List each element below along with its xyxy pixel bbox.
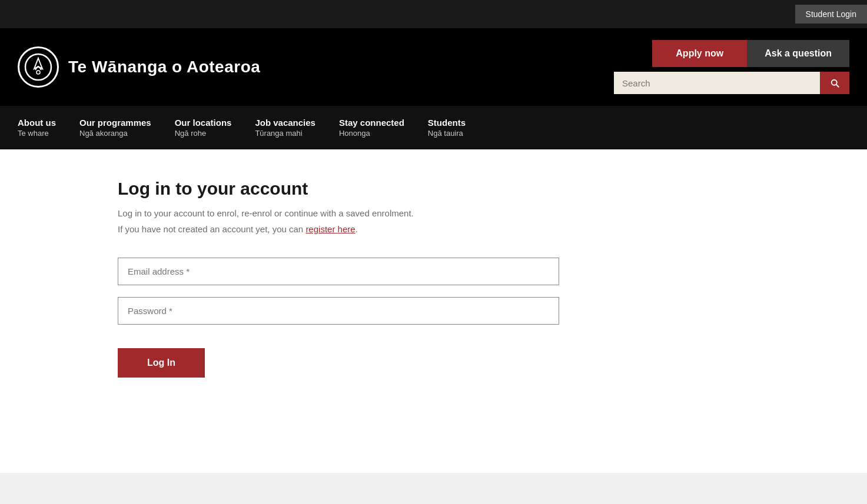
page-title: Log in to your account (118, 179, 849, 199)
search-row (614, 72, 849, 94)
header: Te Wānanga o Aotearoa Apply now Ask a qu… (0, 28, 867, 106)
logo-icon (24, 52, 53, 82)
nav-item-connected-main: Stay connected (339, 118, 404, 128)
logo-circle (18, 46, 59, 88)
password-field-container (118, 297, 559, 325)
nav-item-programmes-sub: Ngā akoranga (79, 129, 151, 138)
student-login-button[interactable]: Student Login (795, 5, 867, 24)
nav-item-jobs[interactable]: Job vacancies Tūranga mahi (255, 106, 333, 149)
nav-item-locations-main: Our locations (175, 118, 232, 128)
nav-item-students[interactable]: Students Ngā tauira (428, 106, 483, 149)
nav-item-about[interactable]: About us Te whare (18, 106, 74, 149)
nav-item-programmes[interactable]: Our programmes Ngā akoranga (79, 106, 169, 149)
main-content: Log in to your account Log in to your ac… (0, 149, 867, 473)
email-field-container (118, 258, 559, 285)
top-bar: Student Login (0, 0, 867, 28)
nav-item-jobs-main: Job vacancies (255, 118, 315, 128)
register-text: If you have not created an account yet, … (118, 224, 849, 234)
search-input[interactable] (614, 72, 820, 94)
logo-area: Te Wānanga o Aotearoa (18, 46, 260, 88)
apply-now-button[interactable]: Apply now (652, 40, 747, 67)
password-input[interactable] (118, 297, 559, 325)
nav-item-programmes-main: Our programmes (79, 118, 151, 128)
nav-item-locations-sub: Ngā rohe (175, 129, 232, 138)
register-here-link[interactable]: register here (305, 224, 355, 234)
nav-item-jobs-sub: Tūranga mahi (255, 129, 315, 138)
header-buttons: Apply now Ask a question (652, 40, 849, 67)
nav-item-students-sub: Ngā tauira (428, 129, 466, 138)
register-prompt-end: . (356, 224, 358, 234)
email-input[interactable] (118, 258, 559, 285)
search-icon (829, 78, 840, 88)
login-button[interactable]: Log In (118, 348, 205, 378)
nav-item-about-main: About us (18, 118, 56, 128)
search-button[interactable] (820, 72, 849, 94)
svg-point-1 (36, 71, 40, 74)
nav-item-locations[interactable]: Our locations Ngā rohe (175, 106, 250, 149)
nav-item-about-sub: Te whare (18, 129, 56, 138)
page-subtitle: Log in to your account to enrol, re-enro… (118, 208, 849, 218)
header-right: Apply now Ask a question (614, 40, 849, 94)
nav-item-students-main: Students (428, 118, 466, 128)
nav-item-connected-sub: Hononga (339, 129, 404, 138)
ask-question-button[interactable]: Ask a question (747, 40, 849, 67)
nav-item-connected[interactable]: Stay connected Hononga (339, 106, 422, 149)
nav-bar: About us Te whare Our programmes Ngā ako… (0, 106, 867, 149)
register-prompt: If you have not created an account yet, … (118, 224, 305, 234)
site-name: Te Wānanga o Aotearoa (68, 58, 260, 76)
